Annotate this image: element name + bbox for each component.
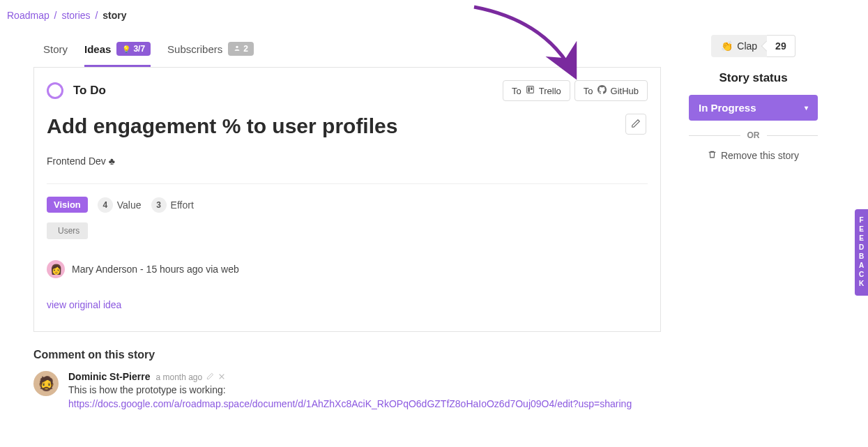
vision-pill[interactable]: Vision (47, 197, 88, 213)
svg-point-0 (236, 46, 238, 48)
breadcrumb-root[interactable]: Roadmap (7, 10, 50, 21)
comments-heading: Comment on this story (33, 349, 661, 361)
value-score: 4 (98, 197, 113, 213)
author-meta: - 15 hours ago via web (140, 264, 239, 275)
story-title: Add engagement % to user profiles (47, 114, 397, 139)
effort-metric: 3 Effort (151, 197, 194, 213)
story-author: 👩 Mary Anderson - 15 hours ago via web (47, 260, 648, 278)
tab-ideas[interactable]: Ideas 💡 3/7 (84, 31, 151, 67)
to-label: To (584, 86, 593, 96)
svg-rect-3 (531, 87, 533, 90)
feedback-tab[interactable]: FEEDBACK (855, 209, 868, 296)
status-circle-icon (47, 82, 63, 99)
ideas-badge-text: 3/7 (133, 44, 145, 54)
status-value: In Progress (699, 102, 756, 114)
comment-item: 🧔 Dominic St-Pierre a month ago (33, 371, 661, 411)
clap-icon: 👏 (721, 40, 733, 52)
effort-score: 3 (151, 197, 167, 213)
tag-users[interactable]: Users (47, 222, 88, 239)
github-label: GitHub (611, 86, 639, 96)
value-metric: 4 Value (98, 197, 142, 213)
chevron-down-icon: ▾ (805, 104, 808, 112)
value-label: Value (117, 199, 142, 211)
clap-label: Clap (737, 40, 757, 52)
tab-story[interactable]: Story (43, 32, 68, 66)
edit-story-button[interactable] (625, 114, 646, 135)
comment-avatar: 🧔 (33, 371, 59, 396)
breadcrumb-current: story (102, 10, 126, 21)
tab-subscribers-label: Subscribers (167, 43, 222, 55)
subscribers-count-badge: 2 (228, 42, 254, 56)
breadcrumb-sep: / (54, 10, 57, 21)
ideas-count-badge: 💡 3/7 (116, 42, 151, 56)
sidebar-heading: Story status (689, 71, 818, 85)
status-label: To Do (73, 84, 106, 98)
or-divider: OR (689, 130, 818, 140)
clap-count: 29 (767, 35, 795, 57)
subscribers-badge-text: 2 (243, 44, 248, 54)
tab-subscribers[interactable]: Subscribers 2 (167, 31, 254, 67)
trash-icon (708, 150, 717, 161)
view-original-idea-link[interactable]: view original idea (47, 299, 121, 310)
breadcrumb-sep: / (96, 10, 98, 21)
comment-link[interactable]: https://docs.google.com/a/roadmap.space/… (68, 398, 632, 409)
comment-text: This is how the prototype is working: (68, 384, 226, 395)
story-card: To Do To Trello To (33, 68, 661, 332)
clap-button[interactable]: 👏 Clap (711, 35, 767, 57)
lightbulb-icon: 💡 (122, 45, 130, 53)
breadcrumb: Roadmap / stories / story (0, 0, 868, 31)
status-dropdown[interactable]: In Progress ▾ (689, 95, 818, 121)
effort-label: Effort (171, 199, 194, 211)
to-label: To (512, 86, 521, 96)
export-github-button[interactable]: To GitHub (574, 80, 648, 101)
pencil-icon (631, 119, 641, 130)
edit-comment-icon[interactable] (206, 372, 214, 382)
comment-timestamp: a month ago (155, 372, 202, 382)
story-category: Frontend Dev ♣ (47, 156, 648, 167)
delete-comment-icon[interactable] (218, 372, 225, 382)
person-icon (234, 44, 241, 54)
tab-ideas-label: Ideas (84, 43, 111, 55)
trello-label: Trello (539, 86, 561, 96)
github-icon (597, 85, 607, 96)
breadcrumb-stories[interactable]: stories (61, 10, 90, 21)
or-label: OR (747, 130, 760, 140)
trello-icon (526, 85, 535, 96)
author-avatar: 👩 (47, 260, 65, 278)
divider (47, 183, 648, 184)
svg-rect-2 (528, 87, 530, 92)
story-tabs: Story Ideas 💡 3/7 Subscribers 2 (33, 31, 661, 68)
svg-rect-1 (526, 86, 533, 93)
remove-story-label: Remove this story (721, 150, 799, 161)
comment-author-name: Dominic St-Pierre (68, 371, 150, 382)
remove-story-button[interactable]: Remove this story (689, 150, 818, 161)
author-name: Mary Anderson (72, 264, 137, 275)
export-trello-button[interactable]: To Trello (503, 80, 570, 101)
